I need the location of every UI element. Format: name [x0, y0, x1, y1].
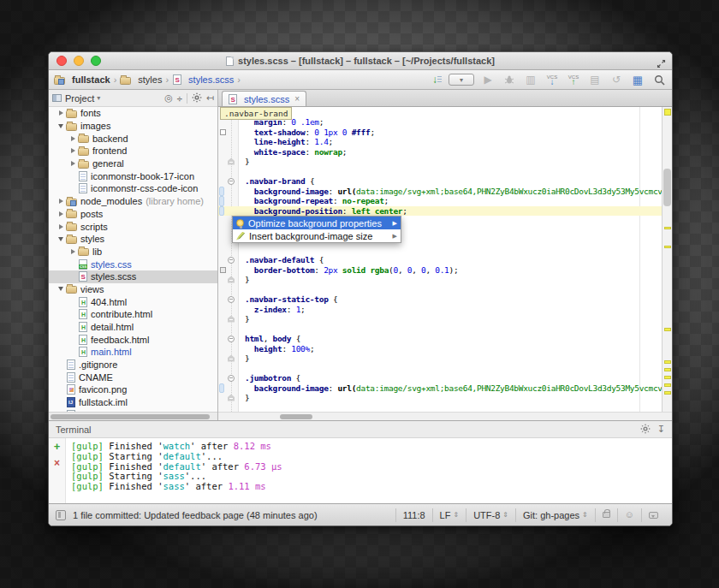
tree-item[interactable]: styles.css: [49, 258, 217, 270]
tree-item[interactable]: contribute.html: [49, 308, 217, 321]
fold-marker-icon[interactable]: [228, 296, 235, 303]
code-text[interactable]: margin: 0 .1em; text-shadow: 0 1px 0 #ff…: [240, 107, 672, 403]
debug-icon[interactable]: [502, 73, 517, 87]
warning-stripe-mark[interactable]: [664, 376, 671, 379]
editor-scrollbar-thumb[interactable]: [663, 169, 671, 206]
toolwindow-toggle-icon[interactable]: [56, 510, 66, 520]
tree-item[interactable]: frontend: [49, 145, 217, 157]
expand-arrow[interactable]: [56, 110, 66, 116]
code-line[interactable]: .navbar-static-top {: [245, 294, 672, 305]
expand-arrow[interactable]: [68, 148, 78, 153]
popup-item-optimize[interactable]: Optimize background properties ▶: [233, 217, 401, 229]
code-line[interactable]: white-space: nowrap;: [245, 147, 672, 157]
terminal-console[interactable]: [gulp] Finished 'watch' after 8.12 ms[gu…: [66, 438, 672, 503]
encoding-selector[interactable]: UTF-8⇕: [466, 508, 515, 522]
code-line[interactable]: background-repeat: no-repeat;: [245, 196, 672, 206]
caret-position[interactable]: 111:8: [395, 508, 432, 522]
fold-marker-icon[interactable]: [228, 336, 235, 342]
expand-arrow[interactable]: [56, 224, 66, 229]
code-line[interactable]: background-image: url(data:image/svg+xml…: [245, 187, 672, 197]
fold-region-bar[interactable]: [219, 206, 224, 217]
warning-stripe-mark[interactable]: [664, 391, 671, 395]
code-line[interactable]: }: [245, 314, 672, 324]
fold-marker-icon[interactable]: [228, 257, 235, 264]
fullscreen-icon[interactable]: [657, 56, 666, 72]
code-line[interactable]: text-shadow: 0 1px 0 #fff;: [245, 128, 672, 138]
code-line[interactable]: .jumbotron {: [245, 373, 672, 383]
expand-arrow[interactable]: [68, 136, 78, 141]
minimize-window-button[interactable]: [74, 56, 84, 66]
run-icon[interactable]: ▶: [480, 73, 496, 87]
tree-item[interactable]: images: [49, 120, 217, 133]
code-line[interactable]: height: 100%;: [245, 344, 672, 354]
scrollbar-thumb[interactable]: [51, 414, 210, 419]
expand-arrow[interactable]: [68, 249, 78, 254]
structure-icon[interactable]: ▦: [630, 73, 645, 87]
warning-stripe-mark[interactable]: [664, 109, 671, 116]
expand-arrow[interactable]: [56, 211, 66, 217]
code-line[interactable]: [245, 167, 672, 177]
run-config-dropdown[interactable]: ▾: [449, 74, 474, 86]
fold-marker-icon[interactable]: [228, 316, 235, 323]
title-bar[interactable]: styles.scss – [fullstack] – fullstack – …: [49, 52, 672, 70]
rollback-icon[interactable]: ↺: [609, 73, 624, 87]
line-separator-selector[interactable]: LF⇕: [432, 508, 466, 522]
color-preview-swatch[interactable]: [220, 267, 226, 273]
warning-stripe-mark[interactable]: [664, 383, 671, 387]
code-line[interactable]: background-image: url(data:image/svg+xml…: [245, 383, 672, 394]
tree-item[interactable]: backend: [49, 132, 217, 145]
notifications[interactable]: [641, 508, 665, 522]
coverage-icon[interactable]: ▥: [523, 73, 538, 87]
lock-indicator[interactable]: [595, 508, 617, 522]
code-line[interactable]: .navbar-brand {: [245, 176, 672, 187]
tree-item[interactable]: fullstack.iml: [49, 396, 217, 409]
code-line[interactable]: [245, 364, 672, 374]
project-tree[interactable]: fontsimagesbackendfrontendgeneraliconmon…: [49, 107, 217, 412]
tree-item[interactable]: fonts: [49, 107, 217, 120]
chevron-down-icon[interactable]: ▾: [97, 94, 100, 102]
tree-item[interactable]: feedback.html: [49, 333, 217, 346]
fold-marker-icon[interactable]: [228, 355, 235, 362]
popup-item-insert-size[interactable]: Insert background-image size ▶: [233, 229, 401, 242]
tree-item[interactable]: posts: [49, 208, 217, 221]
breadcrumb-item-fullstack[interactable]: fullstack: [72, 74, 110, 85]
new-session-icon[interactable]: +: [54, 442, 61, 451]
vcs-update-icon[interactable]: VCS↓: [544, 73, 560, 87]
close-window-button[interactable]: [56, 56, 67, 66]
warning-stripe-mark[interactable]: [664, 328, 671, 331]
code-line[interactable]: }: [245, 275, 672, 285]
fold-marker-icon[interactable]: [228, 375, 235, 382]
tree-item[interactable]: general: [49, 157, 217, 170]
tree-item[interactable]: main.html: [49, 346, 217, 359]
warning-stripe-mark[interactable]: [664, 227, 671, 229]
warning-stripe-mark[interactable]: [664, 368, 671, 371]
fold-marker-icon[interactable]: [228, 395, 235, 401]
tree-item[interactable]: scripts: [49, 220, 217, 233]
code-line[interactable]: margin: 0 .1em;: [245, 117, 672, 128]
tree-item[interactable]: iconmonstr-css-code-icon: [49, 182, 217, 195]
search-icon[interactable]: [651, 73, 667, 87]
code-line[interactable]: html, body {: [245, 334, 672, 344]
status-message[interactable]: 1 file committed: Updated feedback page …: [73, 510, 318, 520]
hide-panel-icon[interactable]: ↤: [206, 92, 214, 104]
expand-arrow[interactable]: [56, 287, 66, 291]
code-line[interactable]: }: [245, 353, 672, 364]
fold-region-bar[interactable]: [219, 196, 224, 206]
code-line[interactable]: }: [245, 393, 672, 403]
hide-terminal-icon[interactable]: ↧: [657, 424, 665, 435]
tree-item[interactable]: favicon.png: [49, 383, 217, 396]
tree-item[interactable]: node_modules(library home): [49, 195, 217, 208]
fold-marker-icon[interactable]: [228, 276, 235, 283]
tree-item[interactable]: styles.scss: [49, 270, 217, 283]
tab-styles-scss[interactable]: styles.scss ×: [222, 91, 306, 106]
expand-arrow[interactable]: [56, 124, 66, 128]
tree-item[interactable]: styles: [49, 233, 217, 246]
expand-arrow[interactable]: [68, 161, 78, 166]
scrollbar-thumb[interactable]: [280, 414, 312, 419]
code-line[interactable]: [245, 324, 672, 335]
breadcrumb-item-styles[interactable]: styles: [138, 74, 162, 85]
close-tab-icon[interactable]: ×: [294, 94, 300, 104]
gear-icon[interactable]: [192, 92, 202, 104]
collapse-all-icon[interactable]: ÷: [177, 93, 182, 104]
code-line[interactable]: background-position: left center;: [245, 206, 672, 217]
